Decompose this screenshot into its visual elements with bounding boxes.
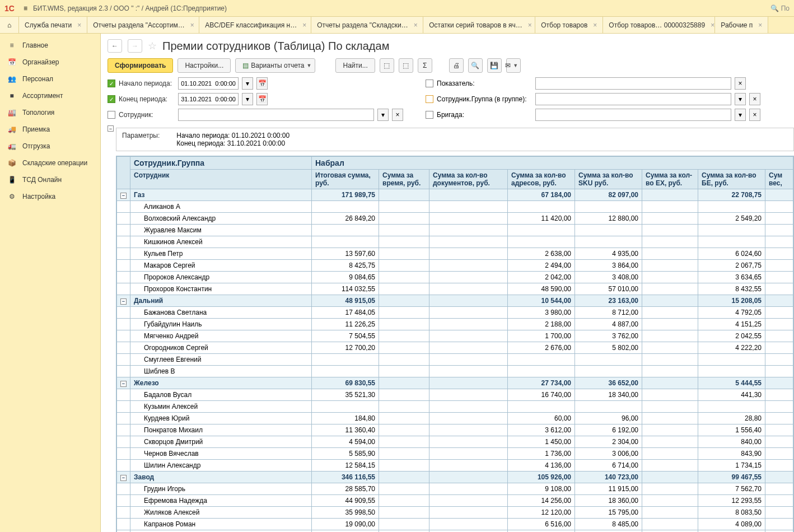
nav-back-button[interactable]: ← <box>108 39 122 53</box>
sidebar-item-1[interactable]: 📅Органайзер <box>0 54 100 71</box>
tab-3[interactable]: Отчеты раздела "Складски…× <box>311 17 423 33</box>
group-input[interactable] <box>535 93 731 105</box>
table-row[interactable]: Шилин Александр12 584,154 136,006 714,00… <box>117 460 793 472</box>
group-row[interactable]: −Завод346 116,55105 926,00140 723,0099 4… <box>117 472 793 483</box>
group-checkbox[interactable] <box>426 95 433 103</box>
tab-6[interactable]: Отбор товаров… 00000325889× <box>603 17 715 33</box>
table-row[interactable]: Огородников Сергей12 700,202 676,005 802… <box>117 342 793 354</box>
employee-checkbox[interactable] <box>108 111 115 119</box>
end-date-input[interactable] <box>178 93 239 105</box>
print-icon[interactable]: 🖨 <box>449 58 464 73</box>
outline-toggle-icon[interactable]: − <box>108 125 114 132</box>
sidebar-item-7[interactable]: 📦Складские операции <box>0 155 100 171</box>
start-date-spinner[interactable]: ▾ <box>242 77 253 90</box>
indicator-input[interactable] <box>535 77 731 90</box>
indicator-clear-icon[interactable]: × <box>735 77 746 90</box>
table-row[interactable]: Аликанов А <box>117 201 793 213</box>
menu-icon[interactable]: ≡ <box>24 4 27 12</box>
generate-button[interactable]: Сформировать <box>108 58 173 73</box>
home-tab[interactable]: ⌂ <box>0 17 19 33</box>
collapse-groups-icon[interactable]: ⬚ <box>399 58 413 73</box>
table-row[interactable]: Кузьмин Алексей <box>117 401 793 413</box>
find-button[interactable]: Найти... <box>335 58 375 73</box>
group-dropdown-icon[interactable]: ▾ <box>735 93 746 105</box>
employee-dropdown-icon[interactable]: ▾ <box>377 109 389 121</box>
table-row[interactable]: Шиблев В <box>117 366 793 377</box>
start-date-calendar-icon[interactable]: 📅 <box>256 77 268 90</box>
table-row[interactable]: Чернов Вячеслав5 585,901 736,003 006,008… <box>117 448 793 460</box>
sidebar-item-3[interactable]: ■Ассортимент <box>0 87 100 104</box>
group-row[interactable]: −Газ171 989,7567 184,0082 097,0022 708,7… <box>117 189 793 201</box>
tab-2[interactable]: ABC/DEF классификация н…× <box>199 17 311 33</box>
group-row[interactable]: −Дальний48 915,0510 544,0023 163,0015 20… <box>117 295 793 307</box>
nav-forward-button[interactable]: → <box>128 39 142 53</box>
tab-5[interactable]: Отбор товаров× <box>535 17 603 33</box>
table-row[interactable]: Пророков Александр9 084,652 042,003 408,… <box>117 272 793 283</box>
sidebar-item-6[interactable]: 🚛Отгрузка <box>0 138 100 155</box>
table-row[interactable]: Скворцов Дмитрий4 594,001 450,002 304,00… <box>117 436 793 448</box>
table-row[interactable]: Капранов Роман19 090,006 516,008 485,004… <box>117 519 793 530</box>
sum-icon[interactable]: Σ <box>418 58 432 73</box>
table-row[interactable]: Грудин Игорь28 585,709 108,0011 915,007 … <box>117 483 793 495</box>
group-toggle-icon[interactable]: − <box>120 381 127 387</box>
end-date-checkbox[interactable] <box>108 95 115 103</box>
group-clear-icon[interactable]: × <box>749 93 760 105</box>
table-row[interactable]: Смуглеев Евгений <box>117 354 793 366</box>
table-row[interactable]: Кишкинов Алексей <box>117 236 793 248</box>
tab-close-icon[interactable]: × <box>528 21 532 29</box>
table-row[interactable]: Макаров Сергей8 425,752 494,003 864,002 … <box>117 260 793 272</box>
table-row[interactable]: Жиляков Алексей35 998,5012 120,0015 795,… <box>117 507 793 519</box>
tab-close-icon[interactable]: × <box>190 21 194 29</box>
table-row[interactable]: Кришталь Илья <box>117 530 793 533</box>
sidebar-item-5[interactable]: 🚚Приемка <box>0 121 100 138</box>
table-row[interactable]: Прохоров Константин114 032,5548 590,0057… <box>117 283 793 295</box>
brigade-clear-icon[interactable]: × <box>749 109 760 121</box>
group-row[interactable]: −Железо69 830,5527 734,0036 652,005 444,… <box>117 377 793 389</box>
table-row[interactable]: Бажанова Светлана17 484,053 980,008 712,… <box>117 307 793 319</box>
brigade-input[interactable] <box>535 109 731 121</box>
tab-close-icon[interactable]: × <box>77 21 81 29</box>
sidebar-item-4[interactable]: 🏭Топология <box>0 104 100 121</box>
employee-clear-icon[interactable]: × <box>392 109 403 121</box>
tab-close-icon[interactable]: × <box>302 21 306 29</box>
table-row[interactable]: Волховский Александр26 849,2011 420,0012… <box>117 213 793 225</box>
brigade-checkbox[interactable] <box>426 111 433 119</box>
table-row[interactable]: Журавлев Максим <box>117 225 793 236</box>
group-toggle-icon[interactable]: − <box>120 475 127 481</box>
start-date-checkbox[interactable] <box>108 80 115 87</box>
table-row[interactable]: Понкратов Михаил11 360,403 612,006 192,0… <box>117 424 793 436</box>
sidebar-item-0[interactable]: ≡Главное <box>0 37 100 54</box>
employee-input[interactable] <box>178 109 374 121</box>
table-row[interactable]: Курдяев Юрий184,8060,0096,0028,80 <box>117 413 793 424</box>
expand-groups-icon[interactable]: ⬚ <box>380 58 394 73</box>
preview-icon[interactable]: 🔍 <box>468 58 483 73</box>
email-icon[interactable]: ✉ ▼ <box>506 58 521 73</box>
end-date-calendar-icon[interactable]: 📅 <box>256 93 268 105</box>
save-icon[interactable]: 💾 <box>487 58 502 73</box>
sidebar-item-9[interactable]: ⚙Настройка <box>0 188 100 205</box>
table-row[interactable]: Губайдулин Наиль11 226,252 188,004 887,0… <box>117 319 793 330</box>
indicator-checkbox[interactable] <box>426 80 433 87</box>
settings-button[interactable]: Настройки... <box>178 58 231 73</box>
table-row[interactable]: Кульев Петр13 597,602 638,004 935,006 02… <box>117 248 793 260</box>
brigade-dropdown-icon[interactable]: ▾ <box>735 109 746 121</box>
tab-0[interactable]: Служба печати× <box>19 17 87 33</box>
report-variants-button[interactable]: ▤ Варианты отчета ▼ <box>235 58 315 73</box>
favorite-star-icon[interactable]: ☆ <box>148 40 157 52</box>
sidebar-item-2[interactable]: 👥Персонал <box>0 71 100 87</box>
table-row[interactable]: Бадалов Вусал35 521,3016 740,0018 340,00… <box>117 389 793 401</box>
tab-close-icon[interactable]: × <box>414 21 418 29</box>
group-toggle-icon[interactable]: − <box>120 193 127 199</box>
group-toggle-icon[interactable]: − <box>120 298 127 305</box>
tab-4[interactable]: Остатки серий товаров в яч…× <box>423 17 535 33</box>
table-row[interactable]: Ефремова Надежда44 909,5514 256,0018 360… <box>117 495 793 507</box>
tab-7[interactable]: Рабочие п× <box>715 17 768 33</box>
global-search[interactable]: 🔍 По <box>770 4 790 12</box>
tab-close-icon[interactable]: × <box>758 21 762 29</box>
end-date-spinner[interactable]: ▾ <box>242 93 253 105</box>
tab-close-icon[interactable]: × <box>593 21 597 29</box>
sidebar-item-8[interactable]: 📱ТСД Онлайн <box>0 171 100 188</box>
start-date-input[interactable] <box>178 77 239 90</box>
tab-1[interactable]: Отчеты раздела "Ассортим…× <box>87 17 199 33</box>
table-row[interactable]: Мягченко Андрей7 504,551 700,003 762,002… <box>117 330 793 342</box>
